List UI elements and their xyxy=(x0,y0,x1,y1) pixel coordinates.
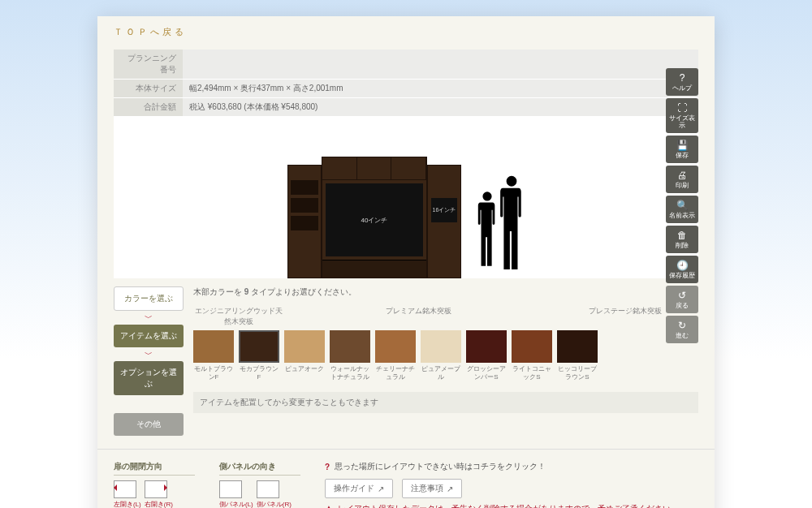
swatch-chip xyxy=(512,330,552,363)
question-icon: ? xyxy=(667,73,697,84)
name-display-button[interactable]: 🔍名前表示 xyxy=(666,196,698,223)
undo-icon: ↺ xyxy=(667,291,697,301)
summary-value: 幅2,494mm × 奥行437mm × 高さ2,001mm xyxy=(183,80,698,97)
cabinet-right[interactable]: 16インチ xyxy=(427,165,461,278)
help-column: ? 思った場所にレイアウトできない時はコチラをクリック！ 操作ガイド↗ 注意事項… xyxy=(325,461,698,508)
question-icon: ? xyxy=(325,463,330,471)
color-swatch[interactable]: ライトコニャックS xyxy=(512,330,552,381)
swatch-chip xyxy=(375,330,416,363)
legend-door-direction: 扉の開閉方向 左開き(L) 右開き(R) 商品の右(R)・左(L)はすべて、商品… xyxy=(114,461,195,508)
notes-button[interactable]: 注意事項↗ xyxy=(402,479,462,498)
swatch-chip xyxy=(284,330,325,363)
swatch-chip xyxy=(193,330,234,363)
swatch-label: ピュアメープル xyxy=(421,365,461,381)
step-other-button[interactable]: その他 xyxy=(114,413,184,436)
swatch-chip xyxy=(239,330,279,363)
swatch-label: ライトコニャックS xyxy=(512,365,552,381)
color-swatch[interactable]: ヒッコリーブラウンS xyxy=(557,330,598,381)
expand-icon: ⛶ xyxy=(667,103,697,114)
save-button[interactable]: 💾保存 xyxy=(666,136,698,163)
cabinet-left[interactable] xyxy=(287,165,322,278)
summary-label: プランニング番号 xyxy=(114,50,183,79)
save-icon: 💾 xyxy=(667,140,697,151)
scale-silhouettes xyxy=(476,169,525,278)
print-icon: 🖨 xyxy=(667,170,697,181)
swatch-label: グロッシーアンバーS xyxy=(466,365,507,381)
color-swatch[interactable]: グロッシーアンバーS xyxy=(466,330,507,381)
summary-value: 税込 ¥603,680 (本体価格 ¥548,800) xyxy=(183,98,698,116)
furniture-group: 40インチ 16インチ xyxy=(287,157,461,278)
swatch-label: モルトブラウンF xyxy=(193,365,234,381)
external-icon: ↗ xyxy=(378,484,384,493)
cabinet-center[interactable]: 40インチ xyxy=(322,157,427,278)
swatch-chip xyxy=(466,330,507,363)
top-link[interactable]: ＴＯＰへ戻る xyxy=(97,16,715,45)
size-display-button[interactable]: ⛶サイズ表示 xyxy=(666,98,698,133)
swatch-label: チェリーナチュラル xyxy=(375,365,416,381)
color-swatch[interactable]: モカブラウンF xyxy=(239,330,279,381)
help-button[interactable]: ?ヘルプ xyxy=(666,68,698,96)
tv-small: 16インチ xyxy=(431,198,457,222)
trash-icon: 🗑 xyxy=(667,230,697,241)
swatch-note: アイテムを配置してから変更することもできます xyxy=(193,392,698,413)
swatch-label: モカブラウンF xyxy=(239,365,279,381)
chevron-down-icon: ﹀ xyxy=(145,316,153,320)
redo-icon: ↻ xyxy=(667,321,697,331)
side-toolbar: ?ヘルプ ⛶サイズ表示 💾保存 🖨印刷 🔍名前表示 🗑削除 🕘保存履歴 ↺戻る … xyxy=(666,68,698,343)
summary-label: 合計金額 xyxy=(114,98,183,116)
history-button[interactable]: 🕘保存履歴 xyxy=(666,256,698,283)
swatch-group-labels: エンジニアリングウッド天然木突板 プレミアム銘木突板 プレステージ銘木突板 xyxy=(193,306,698,327)
step-option-button[interactable]: オプションを選ぶ xyxy=(114,361,184,395)
color-swatch[interactable]: ピュアオーク xyxy=(284,330,325,381)
warning-text: レイアウト保存したデータは、予告なく削除する場合がありますので、予めご了承くださ… xyxy=(338,503,679,508)
swatch-panel: 木部カラーを 9 タイプよりお選びください。 エンジニアリングウッド天然木突板 … xyxy=(193,286,698,436)
summary-label: 本体サイズ xyxy=(114,80,183,97)
step-color-button[interactable]: カラーを選ぶ xyxy=(114,286,184,311)
tv-main: 40インチ xyxy=(326,183,423,256)
search-icon: 🔍 xyxy=(667,200,697,211)
help-text: 思った場所にレイアウトできない時はコチラをクリック！ xyxy=(335,461,546,472)
summary-table: プランニング番号 本体サイズ 幅2,494mm × 奥行437mm × 高さ2,… xyxy=(114,50,698,116)
color-swatch[interactable]: ピュアメープル xyxy=(421,330,461,381)
color-swatch[interactable]: ウォールナットナチュラル xyxy=(330,330,370,381)
print-button[interactable]: 🖨印刷 xyxy=(666,166,698,193)
history-icon: 🕘 xyxy=(667,260,697,271)
legend-panel-direction: 側パネルの向き 側パネル(L) 側パネル(R) 商品の右(R)・左(L)はすべて… xyxy=(219,461,300,508)
layout-canvas[interactable]: 40インチ 16インチ xyxy=(114,116,698,278)
swatch-heading: 木部カラーを 9 タイプよりお選びください。 xyxy=(193,286,698,298)
external-icon: ↗ xyxy=(447,484,453,493)
undo-button[interactable]: ↺戻る xyxy=(666,286,698,313)
step-column: カラーを選ぶ ﹀ アイテムを選ぶ ﹀ オプションを選ぶ その他 xyxy=(114,286,184,436)
swatch-chip xyxy=(421,330,461,363)
step-item-button[interactable]: アイテムを選ぶ xyxy=(114,325,184,347)
warning-icon: ▲ xyxy=(325,503,333,508)
chevron-down-icon: ﹀ xyxy=(145,352,153,356)
guide-button[interactable]: 操作ガイド↗ xyxy=(325,479,393,498)
redo-button[interactable]: ↻進む xyxy=(666,316,698,343)
swatch-label: ウォールナットナチュラル xyxy=(330,365,370,381)
summary-value xyxy=(183,50,698,79)
swatch-label: ピュアオーク xyxy=(284,365,325,373)
swatch-chip xyxy=(557,330,598,363)
swatch-label: ヒッコリーブラウンS xyxy=(557,365,598,381)
color-swatch[interactable]: チェリーナチュラル xyxy=(375,330,416,381)
swatch-chip xyxy=(330,330,370,363)
delete-button[interactable]: 🗑削除 xyxy=(666,226,698,253)
color-swatch[interactable]: モルトブラウンF xyxy=(193,330,234,381)
